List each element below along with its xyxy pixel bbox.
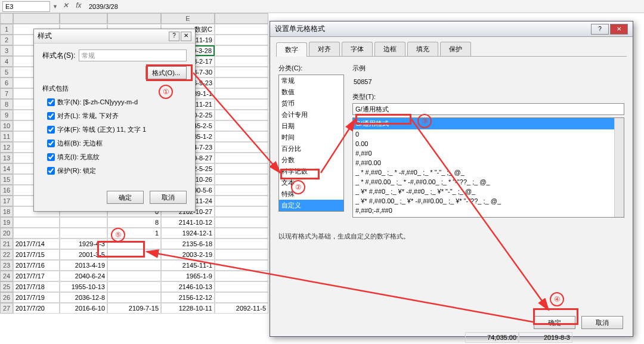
cell[interactable]: 2017/7/16 bbox=[13, 260, 60, 271]
formula-input[interactable] bbox=[86, 1, 642, 12]
cell[interactable]: 1965-1-9 bbox=[161, 271, 215, 281]
cell[interactable] bbox=[215, 131, 268, 142]
cell[interactable] bbox=[215, 249, 268, 260]
cancel-icon[interactable]: ✕ bbox=[60, 1, 71, 12]
tab-字体[interactable]: 字体 bbox=[342, 42, 373, 56]
cell[interactable] bbox=[215, 35, 268, 45]
style-check[interactable]: 保护(R): 锁定 bbox=[47, 166, 187, 175]
cell[interactable]: 2109-7-15 bbox=[107, 303, 161, 314]
cell[interactable] bbox=[215, 153, 268, 163]
cell[interactable] bbox=[215, 110, 268, 120]
type-item[interactable]: _ * #,##0.00_ ;_ * -#,##0.00_ ;_ * "-"??… bbox=[353, 177, 624, 187]
cell[interactable] bbox=[107, 249, 161, 260]
cell[interactable]: 1 bbox=[107, 228, 161, 238]
type-item[interactable]: #,##0;[红色]-#,##0 bbox=[353, 215, 624, 218]
cell[interactable] bbox=[215, 45, 268, 56]
type-item[interactable]: #,##0;-#,##0 bbox=[353, 206, 624, 215]
checkbox[interactable] bbox=[47, 167, 55, 175]
type-list[interactable]: G/通用格式00.00#,##0#,##0.00_ * #,##0_ ;_ * … bbox=[352, 117, 624, 218]
cell[interactable]: 2036-12-8 bbox=[60, 292, 107, 303]
style-check[interactable]: 数字(N): [$-zh-CN]yyyy-m-d bbox=[47, 98, 187, 107]
cell[interactable]: 2017/7/15 bbox=[13, 249, 60, 260]
cell[interactable] bbox=[215, 260, 268, 271]
help-icon[interactable]: ? bbox=[169, 32, 179, 41]
checkbox[interactable] bbox=[47, 126, 55, 134]
cell[interactable]: 74,035.00 bbox=[465, 332, 519, 343]
cell[interactable] bbox=[215, 163, 268, 174]
cell[interactable]: 1929-4-3 bbox=[60, 238, 107, 249]
cell[interactable] bbox=[60, 228, 107, 238]
cell[interactable] bbox=[107, 281, 161, 292]
cancel-button[interactable]: 取消 bbox=[581, 316, 623, 329]
dropdown-icon[interactable]: ▼ bbox=[52, 4, 58, 10]
category-item[interactable]: 百分比 bbox=[279, 143, 343, 154]
type-item[interactable]: 0.00 bbox=[353, 139, 624, 148]
cell[interactable] bbox=[215, 238, 268, 249]
type-item[interactable]: G/通用格式 bbox=[353, 118, 624, 129]
cell[interactable] bbox=[60, 217, 107, 228]
cell[interactable]: 2003-2-19 bbox=[161, 249, 215, 260]
style-check[interactable]: 字体(F): 等线 (正文) 11, 文字 1 bbox=[47, 125, 187, 134]
cell[interactable] bbox=[215, 99, 268, 110]
style-check[interactable]: 边框(B): 无边框 bbox=[47, 139, 187, 148]
style-check[interactable]: 对齐(L): 常规, 下对齐 bbox=[47, 111, 187, 120]
cell[interactable]: 1955-10-13 bbox=[60, 281, 107, 292]
cell[interactable]: 2145-11-1 bbox=[161, 260, 215, 271]
cell[interactable]: 2040-6-24 bbox=[60, 271, 107, 281]
cell[interactable] bbox=[107, 292, 161, 303]
type-item[interactable]: _ ¥* #,##0.00_ ;_ ¥* -#,##0.00_ ;_ ¥* "-… bbox=[353, 196, 624, 206]
cell[interactable]: 1228-10-11 bbox=[161, 303, 215, 314]
cell[interactable] bbox=[215, 142, 268, 153]
cell[interactable] bbox=[215, 217, 268, 228]
category-item[interactable]: 日期 bbox=[279, 120, 343, 132]
cell[interactable] bbox=[215, 206, 268, 217]
cell[interactable] bbox=[107, 271, 161, 281]
checkbox[interactable] bbox=[47, 153, 55, 161]
tab-数字[interactable]: 数字 bbox=[276, 42, 307, 57]
category-item[interactable]: 分数 bbox=[279, 154, 343, 166]
scrollbar[interactable] bbox=[614, 118, 624, 217]
cell[interactable] bbox=[215, 292, 268, 303]
cell[interactable] bbox=[215, 228, 268, 238]
type-item[interactable]: _ * #,##0_ ;_ * -#,##0_ ;_ * "-"_ ;_ @_ bbox=[353, 168, 624, 177]
cell[interactable]: 2017/7/19 bbox=[13, 292, 60, 303]
cell[interactable] bbox=[215, 281, 268, 292]
tab-保护[interactable]: 保护 bbox=[440, 42, 471, 56]
ok-button[interactable]: 确定 bbox=[534, 316, 575, 329]
category-item[interactable]: 时间 bbox=[279, 132, 343, 143]
cell[interactable]: 2017/7/14 bbox=[13, 238, 60, 249]
close-icon[interactable]: ✕ bbox=[610, 24, 628, 35]
cell[interactable] bbox=[215, 56, 268, 67]
help-icon[interactable]: ? bbox=[591, 24, 609, 35]
type-item[interactable]: #,##0.00 bbox=[353, 158, 624, 168]
checkbox[interactable] bbox=[47, 112, 55, 120]
cell[interactable] bbox=[13, 217, 60, 228]
category-item[interactable]: 数值 bbox=[279, 86, 343, 98]
cell[interactable] bbox=[107, 260, 161, 271]
cell[interactable] bbox=[215, 24, 268, 35]
cell[interactable]: 8 bbox=[107, 217, 161, 228]
format-button[interactable]: 格式(O)... bbox=[145, 66, 187, 79]
cell[interactable]: 2017/7/18 bbox=[13, 281, 60, 292]
cell[interactable]: 2013-4-19 bbox=[60, 260, 107, 271]
category-item[interactable]: 文本 bbox=[279, 177, 343, 188]
category-item[interactable]: 货币 bbox=[279, 98, 343, 109]
name-box[interactable]: E3 bbox=[2, 1, 50, 12]
checkbox[interactable] bbox=[47, 98, 55, 106]
tab-填充[interactable]: 填充 bbox=[407, 42, 438, 56]
cell[interactable] bbox=[215, 271, 268, 281]
cell[interactable] bbox=[215, 196, 268, 206]
type-input[interactable] bbox=[352, 103, 624, 115]
cell[interactable]: 2017/7/20 bbox=[13, 303, 60, 314]
category-list[interactable]: 常规数值货币会计专用日期时间百分比分数科学记数文本特殊自定义 bbox=[278, 75, 344, 212]
tab-对齐[interactable]: 对齐 bbox=[309, 42, 340, 56]
cell[interactable]: 2146-10-13 bbox=[161, 281, 215, 292]
cell[interactable]: 2156-12-12 bbox=[161, 292, 215, 303]
cell[interactable]: 2135-6-18 bbox=[161, 238, 215, 249]
checkbox[interactable] bbox=[47, 140, 55, 147]
category-item[interactable]: 科学记数 bbox=[279, 166, 343, 177]
type-item[interactable]: #,##0 bbox=[353, 148, 624, 158]
category-item[interactable]: 会计专用 bbox=[279, 109, 343, 120]
cancel-button[interactable]: 取消 bbox=[150, 191, 187, 204]
cell[interactable] bbox=[215, 120, 268, 131]
